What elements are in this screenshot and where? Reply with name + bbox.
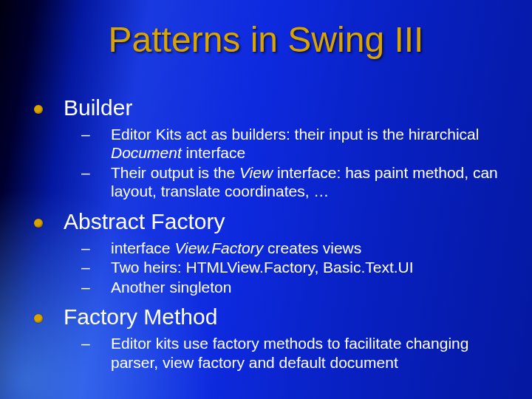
bullet-dot-icon: [34, 219, 43, 228]
slide-title: Patterns in Swing III: [0, 19, 532, 60]
sub-bullet-text: Another singleton: [111, 278, 517, 297]
sub-bullet-text: interface View.Factory creates views: [111, 239, 517, 258]
dash-icon: –: [81, 125, 111, 144]
sub-list-factory-method: – Editor kits use factory methods to fac…: [81, 334, 517, 372]
bullet-label: Factory Method: [64, 304, 217, 331]
slide-content: Builder – Editor Kits act as builders: t…: [34, 95, 517, 379]
sub-list-builder: – Editor Kits act as builders: their inp…: [81, 125, 517, 201]
dash-icon: –: [81, 334, 111, 353]
bullet-factory-method: Factory Method: [34, 304, 517, 331]
slide: Patterns in Swing III Builder – Editor K…: [0, 0, 532, 399]
sub-bullet-text: Editor kits use factory methods to facil…: [111, 334, 517, 372]
sub-bullet: – Their output is the View interface: ha…: [81, 163, 517, 201]
dash-icon: –: [81, 239, 111, 258]
bullet-label: Abstract Factory: [64, 208, 225, 236]
dash-icon: –: [81, 278, 111, 297]
bullet-abstract-factory: Abstract Factory: [34, 208, 517, 236]
sub-bullet: – Editor kits use factory methods to fac…: [81, 334, 517, 372]
sub-bullet: – Editor Kits act as builders: their inp…: [81, 125, 517, 163]
bullet-label: Builder: [64, 95, 132, 122]
sub-bullet-text: Two heirs: HTMLView.Factory, Basic.Text.…: [111, 258, 517, 277]
sub-bullet: – Another singleton: [81, 278, 517, 297]
bullet-builder: Builder: [34, 95, 517, 122]
sub-bullet-text: Their output is the View interface: has …: [111, 163, 517, 201]
sub-bullet-text: Editor Kits act as builders: their input…: [111, 125, 517, 163]
bullet-dot-icon: [34, 105, 43, 114]
dash-icon: –: [81, 258, 111, 277]
sub-list-abstract-factory: – interface View.Factory creates views –…: [81, 239, 517, 297]
sub-bullet: – Two heirs: HTMLView.Factory, Basic.Tex…: [81, 258, 517, 277]
bullet-dot-icon: [34, 314, 43, 323]
dash-icon: –: [81, 163, 111, 183]
sub-bullet: – interface View.Factory creates views: [81, 239, 517, 258]
